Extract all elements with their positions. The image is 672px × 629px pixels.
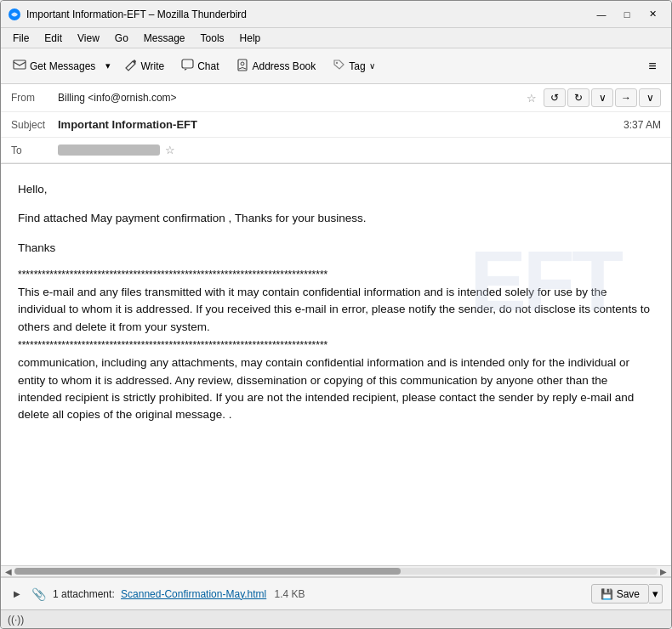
svg-rect-2 <box>182 60 193 68</box>
chat-button[interactable]: Chat <box>174 53 225 80</box>
get-messages-icon <box>13 58 26 74</box>
chat-icon <box>181 59 194 74</box>
to-row: To ☆ <box>1 138 671 163</box>
wifi-icon: ((·)) <box>8 614 24 626</box>
header-controls: ↺ ↻ ∨ → ∨ <box>544 88 661 107</box>
attachment-count: 1 attachment: <box>53 588 115 600</box>
stars-divider-1: ****************************************… <box>18 269 654 280</box>
scrollbar-track[interactable] <box>14 568 658 575</box>
email-body: EFT Hello, Find attached May payment con… <box>1 164 671 565</box>
svg-point-4 <box>241 62 244 65</box>
minimize-button[interactable]: — <box>589 6 613 23</box>
write-icon <box>124 59 137 74</box>
menubar: File Edit View Go Message Tools Help <box>1 28 671 48</box>
forward-button[interactable]: → <box>615 88 637 107</box>
svg-rect-1 <box>14 60 26 69</box>
disclaimer-2: communication, including any attachments… <box>18 354 654 423</box>
menu-tools[interactable]: Tools <box>194 31 231 46</box>
more-button[interactable]: ∨ <box>639 88 661 107</box>
horizontal-scrollbar[interactable]: ◀ ▶ <box>1 565 671 577</box>
from-row: From Billing <info@ornish.com> ☆ ↺ ↻ ∨ →… <box>1 84 671 112</box>
tag-arrow: ∨ <box>369 61 375 71</box>
menu-message[interactable]: Message <box>137 31 192 46</box>
reply-button[interactable]: ↺ <box>544 88 566 107</box>
body-line2: Find attached May payment confirmation ,… <box>18 210 654 227</box>
menu-view[interactable]: View <box>71 31 106 46</box>
paperclip-icon: 📎 <box>31 587 46 601</box>
close-button[interactable]: ✕ <box>641 6 664 23</box>
scroll-left-arrow[interactable]: ◀ <box>3 567 14 576</box>
save-icon: 💾 <box>601 588 613 600</box>
window-title: Important Information-EFT – Mozilla Thun… <box>26 8 589 20</box>
address-book-label: Address Book <box>253 60 316 72</box>
menu-help[interactable]: Help <box>233 31 268 46</box>
maximize-button[interactable]: □ <box>615 6 639 23</box>
scroll-right-arrow[interactable]: ▶ <box>658 567 669 576</box>
get-messages-label: Get Messages <box>30 60 95 72</box>
body-line3: Thanks <box>18 240 654 257</box>
tag-icon <box>333 59 345 74</box>
save-button[interactable]: 💾 Save <box>591 584 649 604</box>
menu-edit[interactable]: Edit <box>37 31 69 46</box>
attachment-size: 1.4 KB <box>275 588 305 600</box>
to-label: To <box>11 144 58 156</box>
subject-label: Subject <box>11 119 58 131</box>
timestamp: 3:37 AM <box>624 119 661 131</box>
body-line1: Hello, <box>18 181 654 198</box>
from-value: Billing <info@ornish.com> <box>58 92 521 104</box>
attachment-toggle[interactable]: ▶ <box>9 586 25 602</box>
write-label: Write <box>140 60 164 72</box>
get-messages-dropdown[interactable]: ▾ <box>102 57 114 75</box>
scrollbar-thumb[interactable] <box>14 568 401 575</box>
write-button[interactable]: Write <box>117 53 171 80</box>
email-header: From Billing <info@ornish.com> ☆ ↺ ↻ ∨ →… <box>1 84 671 164</box>
menu-file[interactable]: File <box>6 31 36 46</box>
chat-label: Chat <box>197 60 219 72</box>
save-label: Save <box>617 588 640 600</box>
to-star-icon[interactable]: ☆ <box>165 144 175 156</box>
app-icon <box>8 8 21 21</box>
attachment-filename[interactable]: Scanned-Confirmation-May.html <box>121 588 266 600</box>
svg-point-5 <box>336 61 338 63</box>
from-label: From <box>11 92 58 104</box>
menu-go[interactable]: Go <box>108 31 135 46</box>
attachment-bar: ▶ 📎 1 attachment: Scanned-Confirmation-M… <box>1 577 671 609</box>
toolbar: Get Messages ▾ Write Chat <box>1 48 671 84</box>
address-book-icon <box>236 59 249 74</box>
reply-all-button[interactable]: ↻ <box>567 88 589 107</box>
tag-button[interactable]: Tag ∨ <box>326 53 381 80</box>
expand-button[interactable]: ∨ <box>591 88 613 107</box>
subject-row: Subject Important Information-EFT 3:37 A… <box>1 112 671 138</box>
from-star-icon[interactable]: ☆ <box>527 92 537 105</box>
statusbar: ((·)) <box>1 609 671 628</box>
tag-label: Tag <box>349 60 365 72</box>
window-controls: — □ ✕ <box>589 6 664 23</box>
titlebar: Important Information-EFT – Mozilla Thun… <box>1 1 671 28</box>
to-address-blurred <box>58 144 160 156</box>
save-dropdown-button[interactable]: ▾ <box>649 584 663 604</box>
attachment-info: 1 attachment: Scanned-Confirmation-May.h… <box>53 588 584 600</box>
address-book-button[interactable]: Address Book <box>230 53 323 80</box>
subject-value: Important Information-EFT <box>58 118 617 131</box>
disclaimer-1: This e-mail and any files transmitted wi… <box>18 284 654 336</box>
stars-divider-2: ****************************************… <box>18 339 654 351</box>
hamburger-button[interactable]: ≡ <box>639 53 666 80</box>
get-messages-button[interactable]: Get Messages <box>6 53 102 80</box>
